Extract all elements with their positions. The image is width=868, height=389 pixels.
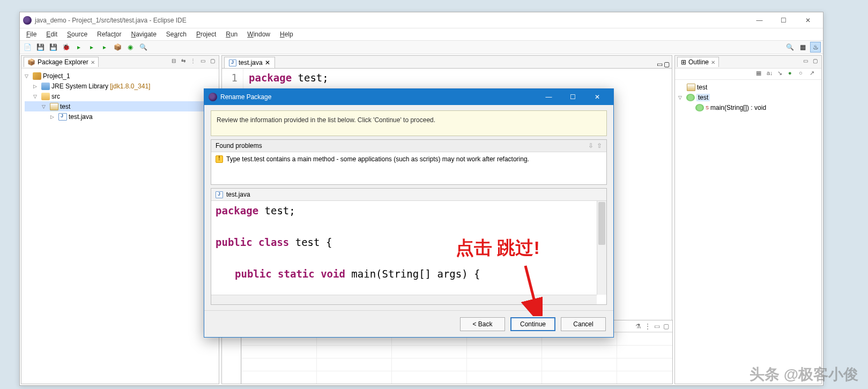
editor-tab-label: test.java <box>239 59 263 66</box>
minimize-icon[interactable]: ▭ <box>657 61 663 68</box>
menu-source[interactable]: Source <box>63 29 92 39</box>
hide-local-icon[interactable]: ↗ <box>810 70 818 78</box>
dialog-minimize-button[interactable]: — <box>537 89 561 104</box>
preview-section: test.java package test; public class tes… <box>211 188 607 305</box>
table-grid <box>241 332 672 384</box>
rename-package-dialog: Rename Package — ☐ ✕ Review the informat… <box>204 88 614 338</box>
up-arrow-icon[interactable]: ⇧ <box>597 142 602 149</box>
sort-icon[interactable]: a↓ <box>767 70 775 78</box>
menu-search[interactable]: Search <box>162 29 191 39</box>
dialog-titlebar[interactable]: Rename Package — ☐ ✕ <box>204 89 613 105</box>
dialog-maximize-button[interactable]: ☐ <box>561 89 585 104</box>
editor-tab[interactable]: test.java ✕ <box>224 57 275 68</box>
cancel-button[interactable]: Cancel <box>561 317 606 331</box>
coverage-icon[interactable]: ▸ <box>99 42 110 53</box>
menubar: File Edit Source Refactor Navigate Searc… <box>20 28 823 40</box>
vertical-scrollbar[interactable] <box>597 201 606 295</box>
horizontal-scrollbar[interactable] <box>211 295 597 304</box>
save-icon[interactable]: 💾 <box>35 42 46 53</box>
new-package-icon[interactable]: 📦 <box>112 42 123 53</box>
search-icon[interactable]: 🔍 <box>784 42 795 53</box>
open-type-icon[interactable]: 🔍 <box>138 42 149 53</box>
found-problems-section: Found problems ⇩ ⇧ Type test.test contai… <box>211 139 607 185</box>
java-file-icon <box>216 191 223 198</box>
menu-edit[interactable]: Edit <box>42 29 62 39</box>
dialog-title: Rename Package <box>220 93 271 101</box>
package-explorer-tab[interactable]: 📦 Package Explorer ✕ <box>24 57 99 67</box>
problem-row[interactable]: Type test.test contains a main method - … <box>211 152 606 184</box>
maximize-icon[interactable]: ▢ <box>664 61 670 68</box>
preview-code[interactable]: package test; public class test { public… <box>211 201 606 304</box>
view-menu-icon[interactable]: ⋮ <box>644 323 651 330</box>
continue-button[interactable]: Continue <box>510 317 555 331</box>
menu-file[interactable]: File <box>22 29 41 39</box>
outline-package[interactable]: test <box>678 82 818 92</box>
new-class-icon[interactable]: ◉ <box>125 42 136 53</box>
close-icon[interactable]: ✕ <box>265 59 270 66</box>
link-editor-icon[interactable]: ⇆ <box>179 58 188 66</box>
debug-icon[interactable]: 🐞 <box>61 42 71 53</box>
library-version: [jdk1.8.0_341] <box>110 83 150 90</box>
close-icon[interactable]: ✕ <box>711 59 715 65</box>
tree-library[interactable]: ▷ JRE System Library [jdk1.8.0_341] <box>25 81 216 91</box>
tree-file[interactable]: ▷ test.java <box>25 111 216 122</box>
outline-panel: ⊞ Outline ✕ ▭ ▢ ▦ a↓ ↘ ● ○ ↗ <box>674 55 822 384</box>
main-toolbar: 📄 💾 💾 🐞 ▸ ▸ ▸ 📦 ◉ 🔍 🔍 ▦ ♨ <box>20 40 823 54</box>
save-all-icon[interactable]: 💾 <box>48 42 58 53</box>
menu-refactor[interactable]: Refactor <box>93 29 125 39</box>
menu-window[interactable]: Window <box>243 29 275 39</box>
down-arrow-icon[interactable]: ⇩ <box>588 142 593 149</box>
maximize-button[interactable]: ☐ <box>771 13 796 28</box>
run-icon[interactable]: ▸ <box>73 42 84 53</box>
eclipse-icon <box>23 16 32 25</box>
outline-tree[interactable]: test ▽ test S main(String[]) : void <box>675 80 821 384</box>
close-button[interactable]: ✕ <box>796 13 820 28</box>
package-explorer-title: Package Explorer <box>38 58 88 66</box>
run-last-icon[interactable]: ▸ <box>86 42 97 53</box>
window-title: java_demo - Project_1/src/test/test.java… <box>35 17 747 24</box>
focus-icon[interactable]: ▦ <box>756 70 765 78</box>
view-menu-icon[interactable]: ⋮ <box>189 58 197 66</box>
maximize-icon[interactable]: ▢ <box>811 58 819 66</box>
minimize-icon[interactable]: ▭ <box>654 323 660 330</box>
open-perspective-icon[interactable]: ▦ <box>797 42 808 53</box>
src-label: src <box>51 93 60 100</box>
library-label: JRE System Library <box>51 83 108 90</box>
eclipse-icon <box>209 93 217 101</box>
dialog-buttons: < Back Continue Cancel <box>204 310 613 337</box>
collapse-all-icon[interactable]: ⊟ <box>169 58 178 66</box>
package-explorer-icon: 📦 <box>27 58 35 66</box>
file-label: test.java <box>69 113 93 121</box>
tree-package[interactable]: ▽ test <box>25 101 216 111</box>
outline-title: Outline <box>688 58 709 66</box>
back-button[interactable]: < Back <box>460 317 505 331</box>
package-label: test <box>60 103 70 110</box>
maximize-icon[interactable]: ▢ <box>208 58 217 66</box>
java-file-icon <box>229 59 236 66</box>
new-icon[interactable]: 📄 <box>22 42 33 53</box>
dialog-close-button[interactable]: ✕ <box>585 89 609 104</box>
minimize-button[interactable]: — <box>747 13 771 28</box>
java-perspective-icon[interactable]: ♨ <box>810 42 821 53</box>
found-problems-label: Found problems <box>216 142 262 149</box>
minimize-icon[interactable]: ▭ <box>198 58 207 66</box>
hide-nonpublic-icon[interactable]: ○ <box>799 70 807 78</box>
hide-static-icon[interactable]: ● <box>788 70 797 78</box>
project-tree[interactable]: ▽ Project_1 ▷ JRE System Library [jdk1.8… <box>21 69 219 384</box>
titlebar: java_demo - Project_1/src/test/test.java… <box>20 12 823 28</box>
menu-navigate[interactable]: Navigate <box>127 29 160 39</box>
outline-tab[interactable]: ⊞ Outline ✕ <box>677 57 719 67</box>
minimize-icon[interactable]: ▭ <box>801 58 810 66</box>
menu-help[interactable]: Help <box>276 29 298 39</box>
filter-icon[interactable]: ⚗ <box>635 323 641 330</box>
tree-project[interactable]: ▽ Project_1 <box>25 71 216 81</box>
maximize-icon[interactable]: ▢ <box>663 323 669 330</box>
menu-project[interactable]: Project <box>192 29 220 39</box>
outline-method[interactable]: S main(String[]) : void <box>678 102 818 113</box>
tree-src[interactable]: ▽ src <box>25 91 216 101</box>
editor-tabs: test.java ✕ ▭ ▢ <box>222 56 672 69</box>
close-icon[interactable]: ✕ <box>91 59 95 65</box>
outline-class[interactable]: ▽ test <box>678 92 818 102</box>
hide-fields-icon[interactable]: ↘ <box>777 70 786 78</box>
menu-run[interactable]: Run <box>221 29 242 39</box>
